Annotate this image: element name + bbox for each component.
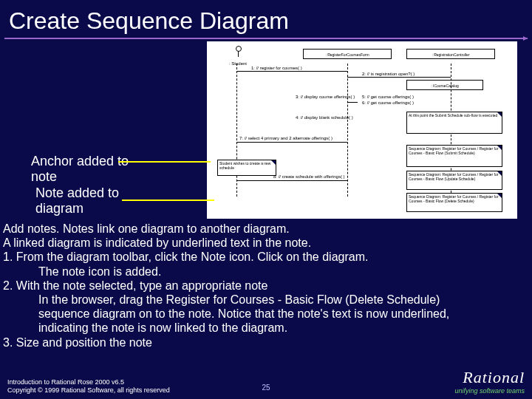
message-line <box>347 102 358 103</box>
body-line: A linked diagram is indicated by underli… <box>3 236 529 250</box>
callout-line <box>118 161 211 163</box>
brand-logo: Rational unifying software teams <box>454 368 525 395</box>
anchor-labels: Anchor added to note Note added to diagr… <box>31 154 134 216</box>
message-label: 1: // register for courses( ) <box>251 66 302 70</box>
note-box: Sequence Diagram: Register for Courses /… <box>406 171 502 190</box>
actor: : Student <box>223 46 253 71</box>
actor-label: : Student <box>229 61 247 66</box>
lifeline-box-2: : RegistrationController <box>406 49 495 59</box>
body-line: 2. With the note selected, type an appro… <box>3 279 529 293</box>
page-title: Create Sequence Diagram <box>0 0 532 38</box>
footer-line: Copyright © 1999 Rational Software, all … <box>7 386 170 395</box>
brand-tagline: unifying software teams <box>454 387 525 395</box>
anchor-label-2: Note added to diagram <box>31 185 134 216</box>
actor-icon <box>233 46 243 61</box>
body-line: In the browser, drag the Register for Co… <box>3 293 529 307</box>
body-text: Add notes. Notes link one diagram to ano… <box>3 222 529 349</box>
message-line <box>347 77 451 78</box>
title-underline <box>4 38 528 39</box>
page-number: 25 <box>262 383 270 392</box>
message-label: 5: // get course offerings( ) <box>362 95 414 99</box>
message-label: 6: // get course offerings( ) <box>362 100 414 105</box>
lifeline-box-3: : ICourseCatalog <box>406 80 483 90</box>
body-line: The note icon is added. <box>3 265 529 279</box>
lifeline-dash <box>347 64 348 197</box>
body-line: 3. Size and position the note <box>3 335 529 349</box>
note-box: Sequence Diagram: Register for Courses /… <box>406 145 502 167</box>
footer-line: Introduction to Rational Rose 2000 v6.5 <box>7 378 170 386</box>
anchor-label-1: Anchor added to note <box>31 154 134 184</box>
body-line: sequence diagram on to the note. Notice … <box>3 307 529 321</box>
footer-credits: Introduction to Rational Rose 2000 v6.5 … <box>7 378 170 395</box>
message-line <box>236 142 347 143</box>
lifeline-dash <box>236 64 237 197</box>
message-label: 7: // select 4 primary and 2 alternate o… <box>239 136 332 140</box>
note-box: Sequence Diagram: Register for Courses /… <box>406 193 502 212</box>
message-label: 3: // display course offerings( ) <box>296 95 355 99</box>
body-line: Add notes. Notes link one diagram to ano… <box>3 222 529 236</box>
note-box: Student wishes to create a new schedule <box>217 160 276 176</box>
body-line: indicating the note is now linked to the… <box>3 321 529 335</box>
message-label: 8: // create schedule with offerings( ) <box>273 174 345 179</box>
message-line <box>236 180 347 181</box>
body-line: 1. From the diagram toolbar, click the N… <box>3 250 529 264</box>
message-label: 4: // display blank schedule( ) <box>296 115 353 120</box>
message-line <box>236 71 347 72</box>
callout-line <box>122 200 214 201</box>
message-label: 2: // is registration open?( ) <box>362 72 415 76</box>
lifeline-box-1: : RegisterForCoursesForm <box>303 49 392 59</box>
brand-name: Rational <box>454 368 525 387</box>
sequence-diagram-thumbnail: : Student : RegisterForCoursesForm : Reg… <box>207 41 517 219</box>
note-box: At this point the Submit Schedule sub-fl… <box>406 112 502 134</box>
